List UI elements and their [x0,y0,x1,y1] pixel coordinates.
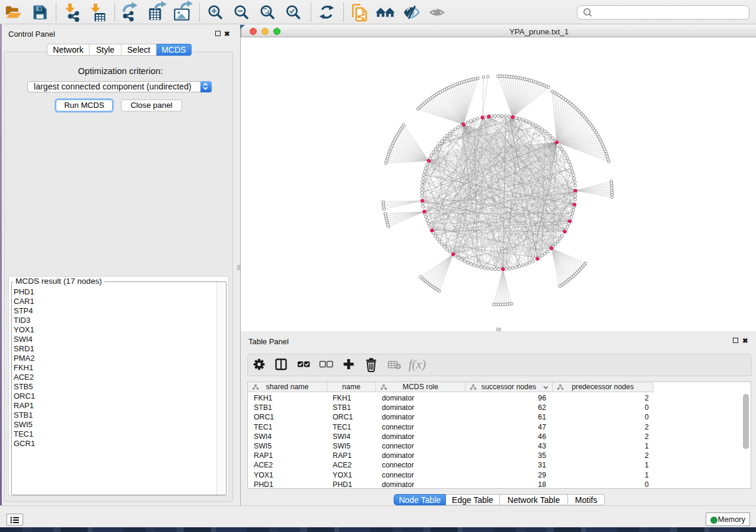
svg-text:f(x): f(x) [409,357,426,371]
